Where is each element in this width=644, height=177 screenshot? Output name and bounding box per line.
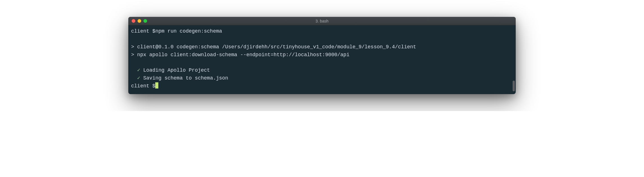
traffic-lights: [132, 19, 147, 23]
cursor-icon: [155, 82, 158, 88]
scrollbar[interactable]: [513, 81, 515, 91]
window-title: 3. bash: [128, 19, 516, 23]
terminal-blank-line: [131, 59, 513, 67]
output-text: > client@0.1.0 codegen:schema /Users/dji…: [131, 44, 416, 50]
terminal-line: ✓ Saving schema to schema.json: [131, 74, 513, 82]
terminal-body[interactable]: client $npm run codegen:schema > client@…: [128, 25, 516, 94]
terminal-line: client $npm run codegen:schema: [131, 28, 513, 35]
terminal-window: 3. bash client $npm run codegen:schema >…: [128, 17, 516, 94]
minimize-icon[interactable]: [138, 19, 141, 23]
terminal-line: ✓ Loading Apollo Project: [131, 67, 513, 74]
check-icon: ✓: [137, 75, 140, 81]
check-icon: ✓: [137, 67, 140, 73]
terminal-blank-line: [131, 35, 513, 43]
window-titlebar[interactable]: 3. bash: [128, 17, 516, 25]
status-text: Loading Apollo Project: [143, 67, 210, 73]
prompt: client $: [131, 83, 155, 89]
status-text: Saving schema to schema.json: [143, 75, 228, 81]
close-icon[interactable]: [132, 19, 135, 23]
prompt: client $: [131, 28, 155, 34]
maximize-icon[interactable]: [143, 19, 147, 23]
terminal-line: client $: [131, 82, 513, 90]
command-text: npm run codegen:schema: [155, 28, 222, 34]
terminal-line: > client@0.1.0 codegen:schema /Users/dji…: [131, 43, 513, 51]
terminal-line: > npx apollo client:download-schema --en…: [131, 51, 513, 59]
output-text: > npx apollo client:download-schema --en…: [131, 52, 350, 58]
